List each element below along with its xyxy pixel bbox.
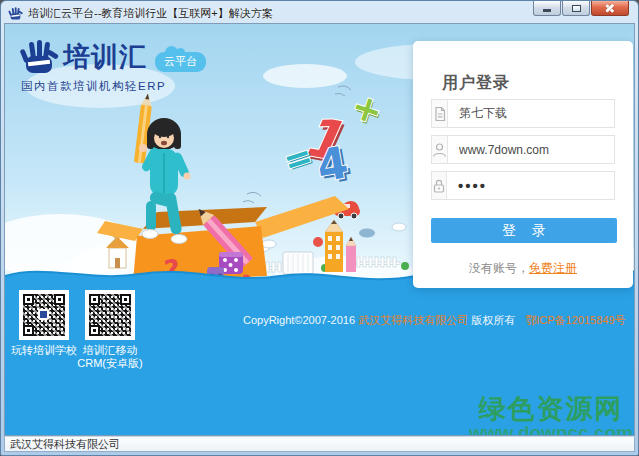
close-button[interactable] <box>591 1 629 16</box>
qr-code-crm <box>85 290 135 340</box>
copyright-rights: 版权所有 <box>471 314 515 326</box>
password-input[interactable] <box>447 172 635 199</box>
cloud-platform-badge: 云平台 <box>155 52 206 72</box>
qr-code-school <box>19 290 69 340</box>
org-input[interactable] <box>448 100 614 127</box>
icp-number: 鄂ICP备12015849号 <box>525 314 625 326</box>
qr-label-crm: 培训汇移动CRM(安卓版) <box>75 344 145 370</box>
status-text: 武汉艾得科技有限公司 <box>10 438 120 450</box>
app-icon <box>8 6 23 21</box>
qr-label-school: 玩转培训学校 <box>7 344 81 357</box>
minimize-button[interactable] <box>533 1 561 16</box>
register-link[interactable]: 免费注册 <box>529 261 577 275</box>
math-numbers: 1 1 4 4 + + = = <box>278 85 389 195</box>
login-button[interactable]: 登 录 <box>431 218 617 243</box>
hand-icon <box>19 37 59 77</box>
app-window: 培训汇云平台--教育培训行业【互联网+】解决方案 <box>0 0 639 456</box>
site-watermark: 绿色资源网 www.downcc.com <box>469 395 633 436</box>
watermark-url: www.downcc.com <box>469 423 633 436</box>
brand-tagline: 国内首款培训机构轻ERP <box>21 79 206 94</box>
user-icon <box>432 136 448 163</box>
no-account-text: 没有账号， <box>469 261 529 275</box>
main-content: 1 1 4 4 + + = = <box>4 23 635 436</box>
document-icon <box>432 100 448 127</box>
account-input[interactable] <box>448 136 614 163</box>
maximize-button[interactable] <box>562 1 590 16</box>
cloud-badge-label: 云平台 <box>164 55 197 67</box>
login-panel: 用户登录 <box>413 41 633 288</box>
account-field-row <box>431 135 615 164</box>
org-field-row <box>431 99 615 128</box>
window-title: 培训汇云平台--教育培训行业【互联网+】解决方案 <box>28 6 273 21</box>
brand-logo: 培训汇 云平台 国内首款培训机构轻ERP <box>19 37 206 94</box>
window-controls <box>532 1 629 16</box>
login-heading: 用户登录 <box>442 73 510 94</box>
lock-icon <box>432 172 447 199</box>
copyright-prefix: CopyRight©2007-2016 <box>243 314 355 326</box>
register-row: 没有账号，免费注册 <box>413 260 633 277</box>
qr-pattern <box>23 294 65 336</box>
qr-pattern <box>89 294 131 336</box>
brand-name: 培训汇 <box>63 39 147 75</box>
status-bar: 武汉艾得科技有限公司 <box>4 436 635 452</box>
password-field-row <box>431 171 615 200</box>
copyright-company: 武汉艾得科技有限公司 <box>358 314 468 326</box>
copyright-line: CopyRight©2007-2016 武汉艾得科技有限公司 版权所有 鄂ICP… <box>243 313 626 328</box>
title-bar[interactable]: 培训汇云平台--教育培训行业【互联网+】解决方案 <box>4 1 635 23</box>
watermark-site-name: 绿色资源网 <box>469 395 633 423</box>
